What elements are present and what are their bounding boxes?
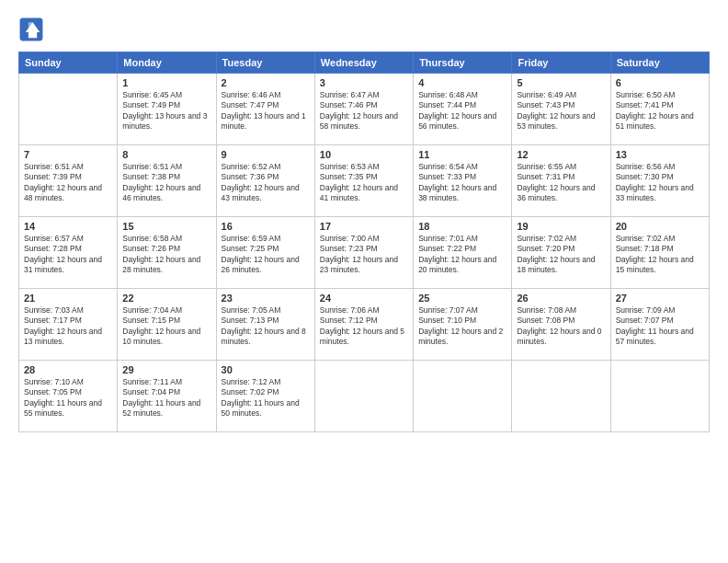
- calendar-cell: 15Sunrise: 6:58 AMSunset: 7:26 PMDayligh…: [118, 217, 216, 289]
- calendar-cell: 13Sunrise: 6:56 AMSunset: 7:30 PMDayligh…: [610, 145, 709, 217]
- weekday-header-sunday: Sunday: [19, 52, 118, 74]
- day-number: 29: [122, 364, 210, 375]
- day-number: 8: [122, 149, 210, 160]
- day-info: Sunrise: 6:46 AMSunset: 7:47 PMDaylight:…: [222, 90, 310, 132]
- day-number: 28: [24, 364, 112, 375]
- day-number: 26: [517, 293, 605, 304]
- calendar-cell: 22Sunrise: 7:04 AMSunset: 7:15 PMDayligh…: [118, 289, 216, 361]
- day-info: Sunrise: 7:12 AMSunset: 7:02 PMDaylight:…: [222, 377, 310, 419]
- calendar-week-5: 28Sunrise: 7:10 AMSunset: 7:05 PMDayligh…: [19, 361, 710, 432]
- calendar-cell: [414, 361, 512, 432]
- calendar-cell: 20Sunrise: 7:02 AMSunset: 7:18 PMDayligh…: [610, 217, 709, 289]
- weekday-header-friday: Friday: [512, 52, 610, 74]
- calendar-cell: 21Sunrise: 7:03 AMSunset: 7:17 PMDayligh…: [19, 289, 118, 361]
- day-info: Sunrise: 6:53 AMSunset: 7:35 PMDaylight:…: [320, 162, 408, 204]
- day-number: 5: [517, 77, 605, 88]
- day-info: Sunrise: 7:02 AMSunset: 7:18 PMDaylight:…: [616, 234, 704, 276]
- calendar-cell: 19Sunrise: 7:02 AMSunset: 7:20 PMDayligh…: [512, 217, 610, 289]
- day-info: Sunrise: 6:55 AMSunset: 7:31 PMDaylight:…: [517, 162, 605, 204]
- calendar-week-1: 1Sunrise: 6:45 AMSunset: 7:49 PMDaylight…: [19, 74, 710, 145]
- day-number: 11: [418, 149, 506, 160]
- day-info: Sunrise: 7:07 AMSunset: 7:10 PMDaylight:…: [418, 305, 506, 348]
- svg-rect-2: [28, 22, 33, 32]
- calendar-cell: 28Sunrise: 7:10 AMSunset: 7:05 PMDayligh…: [19, 361, 118, 432]
- day-info: Sunrise: 7:00 AMSunset: 7:23 PMDaylight:…: [320, 234, 408, 276]
- day-number: 19: [517, 221, 605, 232]
- calendar-cell: 18Sunrise: 7:01 AMSunset: 7:22 PMDayligh…: [414, 217, 512, 289]
- calendar-cell: [19, 74, 118, 145]
- day-info: Sunrise: 6:52 AMSunset: 7:36 PMDaylight:…: [222, 162, 310, 204]
- header: [18, 17, 710, 42]
- day-number: 30: [222, 364, 310, 375]
- calendar-cell: 17Sunrise: 7:00 AMSunset: 7:23 PMDayligh…: [314, 217, 413, 289]
- day-number: 24: [320, 293, 408, 304]
- day-info: Sunrise: 7:10 AMSunset: 7:05 PMDaylight:…: [24, 377, 112, 419]
- calendar-cell: 6Sunrise: 6:50 AMSunset: 7:41 PMDaylight…: [610, 74, 709, 145]
- day-info: Sunrise: 6:47 AMSunset: 7:46 PMDaylight:…: [320, 90, 408, 132]
- logo-icon: [18, 17, 44, 42]
- calendar-cell: 30Sunrise: 7:12 AMSunset: 7:02 PMDayligh…: [216, 361, 314, 432]
- day-number: 22: [122, 293, 210, 304]
- day-info: Sunrise: 6:58 AMSunset: 7:26 PMDaylight:…: [122, 234, 210, 276]
- day-info: Sunrise: 6:51 AMSunset: 7:39 PMDaylight:…: [24, 162, 112, 204]
- day-info: Sunrise: 7:11 AMSunset: 7:04 PMDaylight:…: [122, 377, 210, 419]
- calendar-cell: 29Sunrise: 7:11 AMSunset: 7:04 PMDayligh…: [118, 361, 216, 432]
- day-info: Sunrise: 6:45 AMSunset: 7:49 PMDaylight:…: [122, 90, 210, 132]
- day-number: 15: [122, 221, 210, 232]
- day-number: 17: [320, 221, 408, 232]
- day-number: 4: [418, 77, 506, 88]
- day-number: 7: [24, 149, 112, 160]
- calendar-cell: 16Sunrise: 6:59 AMSunset: 7:25 PMDayligh…: [216, 217, 314, 289]
- weekday-header-saturday: Saturday: [610, 52, 709, 74]
- calendar-cell: 14Sunrise: 6:57 AMSunset: 7:28 PMDayligh…: [19, 217, 118, 289]
- day-info: Sunrise: 6:57 AMSunset: 7:28 PMDaylight:…: [24, 234, 112, 276]
- weekday-row: SundayMondayTuesdayWednesdayThursdayFrid…: [19, 52, 710, 74]
- calendar-cell: [610, 361, 709, 432]
- day-info: Sunrise: 6:54 AMSunset: 7:33 PMDaylight:…: [418, 162, 506, 204]
- day-number: 14: [24, 221, 112, 232]
- day-info: Sunrise: 6:59 AMSunset: 7:25 PMDaylight:…: [222, 234, 310, 276]
- logo: [18, 17, 48, 42]
- day-info: Sunrise: 7:06 AMSunset: 7:12 PMDaylight:…: [320, 305, 408, 348]
- weekday-header-thursday: Thursday: [414, 52, 512, 74]
- day-info: Sunrise: 6:49 AMSunset: 7:43 PMDaylight:…: [517, 90, 605, 132]
- calendar-cell: 11Sunrise: 6:54 AMSunset: 7:33 PMDayligh…: [414, 145, 512, 217]
- day-info: Sunrise: 6:48 AMSunset: 7:44 PMDaylight:…: [418, 90, 506, 132]
- calendar-week-3: 14Sunrise: 6:57 AMSunset: 7:28 PMDayligh…: [19, 217, 710, 289]
- calendar-table: SundayMondayTuesdayWednesdayThursdayFrid…: [18, 52, 710, 432]
- calendar-page: SundayMondayTuesdayWednesdayThursdayFrid…: [0, 0, 728, 563]
- calendar-cell: [512, 361, 610, 432]
- calendar-cell: 10Sunrise: 6:53 AMSunset: 7:35 PMDayligh…: [314, 145, 413, 217]
- day-number: 2: [222, 77, 310, 88]
- calendar-cell: 26Sunrise: 7:08 AMSunset: 7:08 PMDayligh…: [512, 289, 610, 361]
- calendar-cell: 2Sunrise: 6:46 AMSunset: 7:47 PMDaylight…: [216, 74, 314, 145]
- calendar-cell: 23Sunrise: 7:05 AMSunset: 7:13 PMDayligh…: [216, 289, 314, 361]
- day-info: Sunrise: 7:09 AMSunset: 7:07 PMDaylight:…: [616, 305, 704, 348]
- day-info: Sunrise: 7:01 AMSunset: 7:22 PMDaylight:…: [418, 234, 506, 276]
- weekday-header-monday: Monday: [118, 52, 216, 74]
- calendar-week-2: 7Sunrise: 6:51 AMSunset: 7:39 PMDaylight…: [19, 145, 710, 217]
- day-info: Sunrise: 6:51 AMSunset: 7:38 PMDaylight:…: [122, 162, 210, 204]
- day-number: 25: [418, 293, 506, 304]
- day-number: 6: [616, 77, 704, 88]
- calendar-cell: 8Sunrise: 6:51 AMSunset: 7:38 PMDaylight…: [118, 145, 216, 217]
- day-info: Sunrise: 7:02 AMSunset: 7:20 PMDaylight:…: [517, 234, 605, 276]
- day-info: Sunrise: 6:56 AMSunset: 7:30 PMDaylight:…: [616, 162, 704, 204]
- day-number: 1: [122, 77, 210, 88]
- day-info: Sunrise: 7:03 AMSunset: 7:17 PMDaylight:…: [24, 305, 112, 348]
- calendar-cell: [314, 361, 413, 432]
- calendar-cell: 5Sunrise: 6:49 AMSunset: 7:43 PMDaylight…: [512, 74, 610, 145]
- calendar-cell: 7Sunrise: 6:51 AMSunset: 7:39 PMDaylight…: [19, 145, 118, 217]
- calendar-cell: 27Sunrise: 7:09 AMSunset: 7:07 PMDayligh…: [610, 289, 709, 361]
- day-number: 18: [418, 221, 506, 232]
- day-number: 9: [222, 149, 310, 160]
- calendar-header: SundayMondayTuesdayWednesdayThursdayFrid…: [19, 52, 710, 74]
- day-info: Sunrise: 6:50 AMSunset: 7:41 PMDaylight:…: [616, 90, 704, 132]
- day-number: 27: [616, 293, 704, 304]
- day-number: 10: [320, 149, 408, 160]
- day-info: Sunrise: 7:05 AMSunset: 7:13 PMDaylight:…: [222, 305, 310, 348]
- day-number: 23: [222, 293, 310, 304]
- day-number: 16: [222, 221, 310, 232]
- calendar-body: 1Sunrise: 6:45 AMSunset: 7:49 PMDaylight…: [19, 74, 710, 432]
- calendar-cell: 4Sunrise: 6:48 AMSunset: 7:44 PMDaylight…: [414, 74, 512, 145]
